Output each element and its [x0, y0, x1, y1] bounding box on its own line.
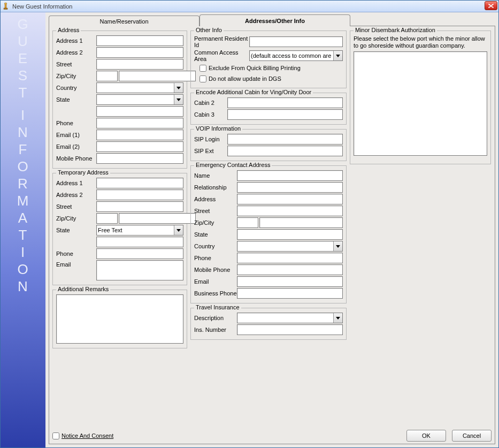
emerg-city-input[interactable]	[259, 217, 343, 228]
label-exclude-billing: Exclude From Quick Billing Printing	[209, 65, 301, 71]
group-address-legend: Address	[56, 27, 81, 33]
temp-phone-input[interactable]	[96, 248, 183, 259]
group-remarks-legend: Additional Remarks	[56, 286, 110, 292]
label-emerg-relationship: Relationship	[194, 184, 237, 191]
emerg-relationship-input[interactable]	[237, 182, 343, 193]
label-emerg-business: Business Phone	[194, 290, 237, 297]
ins-num-input[interactable]	[237, 324, 343, 335]
street-input[interactable]	[96, 59, 183, 70]
cabin3-input[interactable]	[227, 109, 343, 120]
group-address: Address Address 1 Address 2 Street Zip/C…	[52, 31, 187, 169]
minor-instruction: Please select the below port which the m…	[354, 35, 487, 49]
label-cabin2: Cabin 2	[194, 100, 227, 106]
label-state: State	[56, 96, 96, 103]
close-button[interactable]	[485, 1, 497, 10]
temp-email-input[interactable]	[96, 260, 183, 280]
group-remarks: Additional Remarks	[52, 290, 187, 348]
label-emerg-phone: Phone	[194, 255, 237, 261]
label-cabin3: Cabin 3	[194, 111, 227, 118]
group-insurance: Travel Insurance Description Ins. Number	[190, 308, 347, 340]
group-temp-address: Temporary Address Address 1 Address 2 St…	[52, 173, 187, 285]
temp-state-select[interactable]	[96, 225, 183, 236]
state-extra-input[interactable]	[96, 106, 183, 117]
label-temp-zipcity: Zip/City	[56, 215, 96, 222]
emerg-phone-input[interactable]	[237, 253, 343, 263]
sidebar: GUEST INFOR MATION	[1, 12, 45, 447]
email1-input[interactable]	[96, 130, 183, 140]
caa-select[interactable]	[249, 50, 343, 61]
label-emerg-country: Country	[194, 243, 237, 249]
window: New Guest Information GUEST INFOR MATION…	[0, 0, 499, 448]
remarks-textarea[interactable]	[56, 294, 183, 344]
tab-panel: Address Address 1 Address 2 Street Zip/C…	[49, 26, 495, 444]
group-other-info: Other Info Permanent Resident Id Common …	[190, 31, 347, 88]
emerg-zip-input[interactable]	[237, 217, 258, 228]
group-cabin-legend: Encode Additional Cabin for Ving/Onity D…	[194, 89, 313, 95]
email2-input[interactable]	[96, 141, 183, 152]
tab-addresses-other-info[interactable]: Addresses/Other Info	[199, 14, 350, 26]
ok-button[interactable]: OK	[406, 430, 446, 442]
svg-rect-2	[4, 8, 7, 10]
notice-consent-checkbox[interactable]	[52, 432, 59, 439]
label-emerg-address: Address	[194, 196, 237, 202]
emerg-mobile-input[interactable]	[237, 264, 343, 275]
label-ins-desc: Description	[194, 315, 237, 321]
label-zipcity: Zip/City	[56, 73, 96, 79]
label-permres: Permanent Resident Id	[194, 35, 249, 48]
group-temp-legend: Temporary Address	[56, 169, 110, 176]
emerg-name-input[interactable]	[237, 170, 343, 181]
label-sip-login: SIP Login	[194, 136, 227, 142]
cabin2-input[interactable]	[227, 97, 343, 108]
sip-ext-input[interactable]	[227, 146, 343, 156]
label-temp-email: Email	[56, 260, 96, 268]
window-title: New Guest Information	[12, 3, 73, 10]
svg-point-1	[4, 3, 7, 4]
group-voip: VOIP Information SIP Login SIP Ext	[190, 129, 347, 161]
state-select[interactable]	[96, 94, 183, 105]
label-caa: Common Access Area	[194, 49, 249, 62]
group-other-legend: Other Info	[194, 27, 224, 33]
country-select[interactable]	[96, 82, 183, 93]
main-panel: Name/Reservation Addresses/Other Info Ad…	[45, 12, 498, 447]
temp-zip-input[interactable]	[96, 213, 118, 224]
label-email1: Email (1)	[56, 132, 96, 138]
emerg-address-input[interactable]	[237, 194, 343, 204]
temp-state-extra-input[interactable]	[96, 237, 183, 247]
label-temp-street: Street	[56, 203, 96, 210]
sidebar-title: GUEST INFOR MATION	[17, 16, 29, 295]
permres-input[interactable]	[249, 36, 343, 47]
emerg-street-input[interactable]	[237, 206, 343, 216]
sip-login-input[interactable]	[227, 134, 343, 145]
no-dgs-checkbox[interactable]	[199, 75, 206, 82]
exclude-billing-checkbox[interactable]	[199, 65, 206, 72]
label-phone: Phone	[56, 120, 96, 126]
mobile-input[interactable]	[96, 153, 183, 164]
label-no-dgs: Do not allow update in DGS	[209, 75, 281, 82]
ins-desc-select[interactable]	[237, 313, 343, 323]
minor-port-list[interactable]	[354, 51, 487, 156]
emerg-email-input[interactable]	[237, 276, 343, 287]
cancel-button[interactable]: Cancel	[452, 430, 492, 442]
address2-input[interactable]	[96, 47, 183, 58]
address1-input[interactable]	[96, 35, 183, 46]
label-address2: Address 2	[56, 49, 96, 56]
emerg-state-input[interactable]	[237, 229, 343, 240]
phone-input[interactable]	[96, 118, 183, 128]
label-sip-ext: SIP Ext	[194, 148, 227, 154]
label-notice-consent[interactable]: Notice And Consent	[62, 432, 113, 439]
temp-address2-input[interactable]	[96, 189, 183, 200]
label-emerg-state: State	[194, 231, 237, 238]
temp-address1-input[interactable]	[96, 178, 183, 188]
zip-input[interactable]	[96, 71, 118, 81]
footer: Notice And Consent OK Cancel	[52, 430, 492, 442]
label-ins-num: Ins. Number	[194, 326, 237, 333]
temp-city-input[interactable]	[119, 213, 196, 224]
city-input[interactable]	[119, 71, 196, 81]
temp-street-input[interactable]	[96, 201, 183, 212]
tab-name-reservation[interactable]: Name/Reservation	[49, 16, 199, 26]
emerg-country-select[interactable]	[237, 241, 343, 252]
label-temp-address2: Address 2	[56, 192, 96, 198]
emerg-business-input[interactable]	[237, 288, 343, 299]
label-temp-address1: Address 1	[56, 180, 96, 186]
group-emergency-legend: Emergency Contact Address	[194, 162, 272, 168]
